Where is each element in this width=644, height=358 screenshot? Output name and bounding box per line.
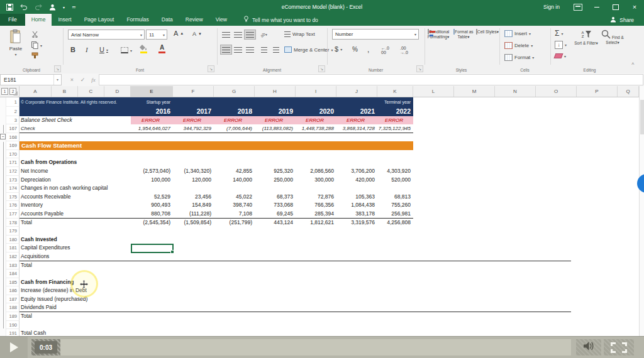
row-number[interactable]: 185 <box>6 278 19 287</box>
cell[interactable]: (7,006,644) <box>214 124 255 133</box>
tab-page-layout[interactable]: Page Layout <box>78 14 121 26</box>
cell[interactable]: 105,363 <box>336 193 377 202</box>
row-number[interactable]: 178 <box>6 219 19 227</box>
delete-button[interactable]: Delete▾ <box>504 42 533 49</box>
cell[interactable]: 154,849 <box>173 201 214 210</box>
column-header-k[interactable]: K <box>377 86 413 97</box>
tell-me-box[interactable]: Tell me what you want to do <box>243 16 318 26</box>
font-dialog-launcher[interactable]: ↘ <box>208 65 214 72</box>
cell[interactable]: 52,529 <box>131 193 173 202</box>
row-number[interactable]: 189 <box>6 312 19 321</box>
cell[interactable]: 1,084,438 <box>336 201 377 210</box>
row-label[interactable] <box>19 107 131 116</box>
row-label[interactable]: Dividends Paid <box>19 303 131 312</box>
conditional-formatting-button[interactable]: Conditional Formatting▾ <box>426 30 450 40</box>
insert-button[interactable]: Insert▾ <box>504 30 531 37</box>
column-header-e[interactable]: E <box>131 86 173 97</box>
column-header-c[interactable]: C <box>78 86 104 97</box>
column-header-n[interactable]: N <box>495 86 536 97</box>
scrollbar-thumb[interactable] <box>640 100 644 134</box>
column-header-a[interactable]: A <box>19 86 52 97</box>
row-label[interactable]: Net Income <box>19 167 131 176</box>
row-number[interactable]: 171 <box>6 158 19 167</box>
cell[interactable]: 100,000 <box>131 176 173 185</box>
cell[interactable]: 140,000 <box>214 176 255 185</box>
row-label[interactable] <box>19 321 131 330</box>
cell[interactable]: 250,000 <box>255 176 296 185</box>
fullscreen-button[interactable] <box>604 339 634 355</box>
wrap-text-button[interactable]: Wrap Text <box>284 31 315 37</box>
name-box[interactable]: E181 ▾ <box>0 74 62 85</box>
cell[interactable]: 42,855 <box>214 167 255 176</box>
autosum-button[interactable]: Σ▾ <box>555 29 563 38</box>
cell[interactable]: 23,456 <box>173 193 214 202</box>
merge-center-button[interactable]: Merge & Center▾ <box>284 46 333 53</box>
cell[interactable]: (2,545,354) <box>131 219 173 227</box>
cell[interactable]: ERROR <box>131 116 173 124</box>
column-header-b[interactable]: B <box>52 86 78 97</box>
format-painter-button[interactable] <box>31 52 38 59</box>
fill-button[interactable]: ↓▾ <box>555 41 567 49</box>
row-label[interactable]: Inventory <box>19 201 131 210</box>
font-size-combo[interactable]: 11▾ <box>146 30 167 40</box>
cell[interactable]: 1,448,738,288 <box>296 124 336 133</box>
cell[interactable]: ERROR <box>255 116 296 124</box>
select-all-corner[interactable] <box>6 86 19 97</box>
cell[interactable]: 2017 <box>173 107 214 116</box>
cell[interactable]: 7,108 <box>214 210 255 219</box>
bottom-align-button[interactable] <box>244 30 256 40</box>
cell[interactable]: (2,573,040) <box>131 167 173 176</box>
cell[interactable]: Terminal year <box>377 97 413 107</box>
cell[interactable]: 420,000 <box>336 176 377 185</box>
copy-button[interactable]: ▾ <box>31 41 42 49</box>
row-number[interactable]: 179 <box>6 227 19 236</box>
grow-font-button[interactable]: A▲ <box>174 30 184 37</box>
paste-button[interactable]: Paste ▾ <box>6 30 25 57</box>
find-select-button[interactable]: Find & Select▾ <box>600 30 625 45</box>
column-header-m[interactable]: M <box>454 86 495 97</box>
cell[interactable]: 3,868,314,728 <box>336 124 377 133</box>
row-number[interactable]: 3 <box>6 116 19 124</box>
column-header-p[interactable]: P <box>577 86 618 97</box>
cell[interactable]: ERROR <box>377 116 413 124</box>
tab-review[interactable]: Review <box>179 14 209 26</box>
align-left-button[interactable] <box>220 45 232 55</box>
row-label[interactable]: © Corporate Finance Institute. All right… <box>19 97 131 107</box>
italic-button[interactable]: I <box>86 46 88 53</box>
clipboard-dialog-launcher[interactable]: ↘ <box>54 65 61 72</box>
alignment-dialog-launcher[interactable]: ↘ <box>318 65 325 72</box>
minimize-button[interactable] <box>587 0 606 14</box>
row-number[interactable]: 177 <box>6 210 19 219</box>
row-number[interactable]: 172 <box>6 167 19 176</box>
row-label[interactable]: Accounts Receivable <box>19 193 131 202</box>
cell[interactable]: 1,812,621 <box>296 219 336 227</box>
row-label[interactable]: Total <box>19 219 131 227</box>
cell[interactable] <box>296 97 336 107</box>
column-header-h[interactable]: H <box>255 86 296 97</box>
cell[interactable]: 4,256,808 <box>377 219 413 227</box>
cell[interactable]: 285,394 <box>296 210 336 219</box>
cell[interactable]: 2,086,560 <box>296 167 336 176</box>
cell[interactable]: (1,340,320) <box>173 167 214 176</box>
cell-styles-button[interactable]: Cell Styles▾ <box>475 30 499 35</box>
qat-dropdown-icon[interactable]: ▾ <box>63 5 65 9</box>
row-label[interactable] <box>19 133 131 142</box>
cell[interactable]: 900,493 <box>131 201 173 210</box>
tab-data[interactable]: Data <box>155 14 179 26</box>
comma-style-button[interactable]: , <box>367 45 369 54</box>
format-button[interactable]: Format▾ <box>504 54 534 61</box>
row-label[interactable]: Cash Invested <box>19 236 131 244</box>
decrease-indent-button[interactable] <box>258 45 270 55</box>
row-number[interactable]: 167 <box>6 124 19 133</box>
cell[interactable]: 733,068 <box>255 201 296 210</box>
cell[interactable]: 120,000 <box>173 176 214 185</box>
row-number[interactable]: 176 <box>6 201 19 210</box>
tab-home[interactable]: Home <box>25 14 52 26</box>
cell[interactable]: 69,245 <box>255 210 296 219</box>
undo-icon[interactable] <box>20 4 28 10</box>
close-button[interactable]: × <box>625 0 644 14</box>
cell[interactable]: 2022 <box>377 107 413 116</box>
cell[interactable]: Startup year <box>131 97 173 107</box>
row-label[interactable]: Check <box>19 124 131 133</box>
row-number[interactable]: 187 <box>6 295 19 304</box>
